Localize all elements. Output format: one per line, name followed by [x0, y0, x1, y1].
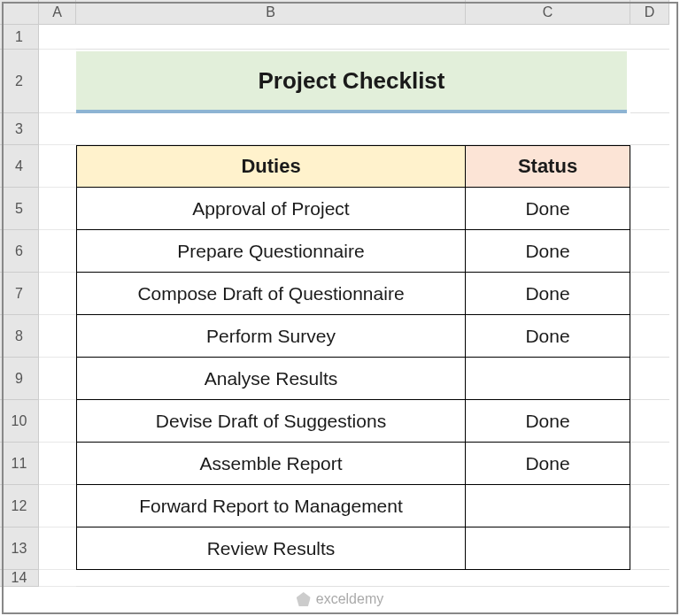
col-header-d[interactable]: D	[630, 0, 669, 25]
header-status[interactable]: Status	[466, 145, 630, 188]
status-cell[interactable]	[466, 485, 630, 527]
cell-a10[interactable]	[39, 400, 76, 443]
cell-a2[interactable]	[39, 50, 76, 113]
cell-a9[interactable]	[39, 358, 76, 400]
row-header-12[interactable]: 12	[0, 485, 39, 527]
cell-d3[interactable]	[630, 113, 669, 145]
row-header-3[interactable]: 3	[0, 113, 39, 145]
status-cell[interactable]: Done	[466, 400, 630, 443]
cell-d13[interactable]	[630, 527, 669, 570]
status-cell[interactable]: Done	[466, 188, 630, 230]
title-cell[interactable]: Project Checklist	[76, 51, 627, 113]
cell-d11[interactable]	[630, 443, 669, 485]
select-all-corner[interactable]	[0, 0, 39, 25]
row-header-9[interactable]: 9	[0, 358, 39, 400]
duty-cell[interactable]: Perform Survey	[76, 315, 466, 358]
cell-a13[interactable]	[39, 527, 76, 570]
cell-d12[interactable]	[630, 485, 669, 527]
cell-a1[interactable]	[39, 25, 76, 50]
cell-a14[interactable]	[39, 570, 76, 587]
row-header-4[interactable]: 4	[0, 145, 39, 188]
status-cell[interactable]: Done	[466, 273, 630, 315]
cell-d14[interactable]	[630, 570, 669, 587]
cell-d10[interactable]	[630, 400, 669, 443]
duty-cell[interactable]: Assemble Report	[76, 443, 466, 485]
cell-b14[interactable]	[76, 570, 466, 587]
cell-d5[interactable]	[630, 188, 669, 230]
row-header-13[interactable]: 13	[0, 527, 39, 570]
cell-c1[interactable]	[466, 25, 630, 50]
cell-b3[interactable]	[76, 113, 466, 145]
cell-d6[interactable]	[630, 230, 669, 273]
row-header-8[interactable]: 8	[0, 315, 39, 358]
cell-d1[interactable]	[630, 25, 669, 50]
duty-cell[interactable]: Approval of Project	[76, 188, 466, 230]
status-cell[interactable]: Done	[466, 230, 630, 273]
duty-cell[interactable]: Review Results	[76, 527, 466, 570]
cell-d7[interactable]	[630, 273, 669, 315]
cell-a7[interactable]	[39, 273, 76, 315]
row-header-14[interactable]: 14	[0, 570, 39, 587]
col-header-a[interactable]: A	[39, 0, 76, 25]
col-header-c[interactable]: C	[466, 0, 630, 25]
row-header-11[interactable]: 11	[0, 443, 39, 485]
header-duties[interactable]: Duties	[76, 145, 466, 188]
status-cell[interactable]	[466, 527, 630, 570]
cell-d4[interactable]	[630, 145, 669, 188]
cell-d8[interactable]	[630, 315, 669, 358]
cell-a6[interactable]	[39, 230, 76, 273]
logo-icon	[297, 592, 311, 606]
cell-c3[interactable]	[466, 113, 630, 145]
col-header-b[interactable]: B	[76, 0, 466, 25]
cell-d9[interactable]	[630, 358, 669, 400]
duty-cell[interactable]: Prepare Questionnaire	[76, 230, 466, 273]
duty-cell[interactable]: Forward Report to Management	[76, 485, 466, 527]
spreadsheet-grid: A B C D 1 2 Project Checklist 3 4 Duties…	[0, 0, 680, 587]
row-header-5[interactable]: 5	[0, 188, 39, 230]
cell-b1[interactable]	[76, 25, 466, 50]
row-header-7[interactable]: 7	[0, 273, 39, 315]
cell-d2[interactable]	[630, 50, 669, 113]
status-cell[interactable]: Done	[466, 315, 630, 358]
cell-a11[interactable]	[39, 443, 76, 485]
cell-a8[interactable]	[39, 315, 76, 358]
duty-cell[interactable]: Devise Draft of Suggestions	[76, 400, 466, 443]
duty-cell[interactable]: Compose Draft of Questionnaire	[76, 273, 466, 315]
cell-a4[interactable]	[39, 145, 76, 188]
status-cell[interactable]	[466, 358, 630, 400]
cell-a12[interactable]	[39, 485, 76, 527]
status-cell[interactable]: Done	[466, 443, 630, 485]
cell-a3[interactable]	[39, 113, 76, 145]
duty-cell[interactable]: Analyse Results	[76, 358, 466, 400]
cell-c14[interactable]	[466, 570, 630, 587]
cell-a5[interactable]	[39, 188, 76, 230]
row-header-2[interactable]: 2	[0, 50, 39, 113]
row-header-6[interactable]: 6	[0, 230, 39, 273]
row-header-1[interactable]: 1	[0, 25, 39, 50]
watermark: exceldemy	[297, 591, 383, 607]
watermark-text: exceldemy	[316, 591, 383, 607]
row-header-10[interactable]: 10	[0, 400, 39, 443]
